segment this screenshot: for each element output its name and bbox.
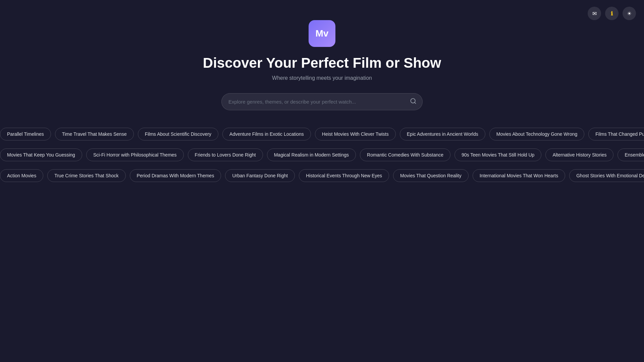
theme-toggle-button[interactable]: ☀ [623, 7, 636, 20]
tags-section: Parallel TimelinesTime Travel That Makes… [0, 126, 644, 183]
tag-0-1[interactable]: Time Travel That Makes Sense [55, 128, 134, 140]
search-container [221, 93, 423, 110]
tag-1-1[interactable]: Sci-Fi Horror with Philosophical Themes [86, 148, 184, 161]
mail-icon: ✉ [592, 10, 597, 17]
app-logo: Mv [309, 20, 335, 47]
search-input[interactable] [221, 93, 423, 110]
mail-button[interactable]: ✉ [588, 7, 601, 20]
info-button[interactable]: ℹ [605, 7, 619, 20]
tag-0-4[interactable]: Heist Movies With Clever Twists [315, 128, 396, 140]
tag-1-7[interactable]: Ensemble Casts [618, 148, 644, 161]
tag-0-0[interactable]: Parallel Timelines [0, 128, 51, 140]
header: ✉ ℹ ☀ [580, 0, 644, 27]
page-subtitle: Where storytelling meets your imaginatio… [272, 75, 372, 81]
tag-2-1[interactable]: True Crime Stories That Shock [47, 169, 125, 182]
tag-0-3[interactable]: Adventure Films in Exotic Locations [222, 128, 311, 140]
tag-1-5[interactable]: 90s Teen Movies That Still Hold Up [454, 148, 541, 161]
tag-0-6[interactable]: Movies About Technology Gone Wrong [489, 128, 585, 140]
main-content: Mv Discover Your Perfect Film or Show Wh… [0, 0, 644, 183]
tag-2-0[interactable]: Action Movies [0, 169, 43, 182]
logo-text: Mv [316, 28, 329, 39]
tags-row-0: Parallel TimelinesTime Travel That Makes… [0, 126, 644, 142]
tag-1-3[interactable]: Magical Realism in Modern Settings [267, 148, 356, 161]
tag-0-5[interactable]: Epic Adventures in Ancient Worlds [400, 128, 485, 140]
tag-2-4[interactable]: Historical Events Through New Eyes [299, 169, 389, 182]
info-icon: ℹ [611, 10, 613, 17]
tag-2-3[interactable]: Urban Fantasy Done Right [225, 169, 295, 182]
tag-2-6[interactable]: International Movies That Won Hearts [473, 169, 566, 182]
tag-1-0[interactable]: Movies That Keep You Guessing [0, 148, 82, 161]
tag-0-7[interactable]: Films That Changed Public Opinion [588, 128, 644, 140]
tag-2-7[interactable]: Ghost Stories With Emotional Depth [569, 169, 644, 182]
tag-0-2[interactable]: Films About Scientific Discovery [138, 128, 218, 140]
tag-2-2[interactable]: Period Dramas With Modern Themes [130, 169, 221, 182]
tag-1-2[interactable]: Friends to Lovers Done Right [188, 148, 263, 161]
tag-2-5[interactable]: Movies That Question Reality [393, 169, 469, 182]
tag-1-6[interactable]: Alternative History Stories [545, 148, 613, 161]
page-title: Discover Your Perfect Film or Show [203, 55, 441, 71]
tag-1-4[interactable]: Romantic Comedies With Substance [360, 148, 450, 161]
tags-row-1: Movies That Keep You GuessingSci-Fi Horr… [0, 147, 644, 163]
tags-row-2: Action MoviesTrue Crime Stories That Sho… [0, 168, 644, 183]
sun-icon: ☀ [627, 10, 632, 17]
